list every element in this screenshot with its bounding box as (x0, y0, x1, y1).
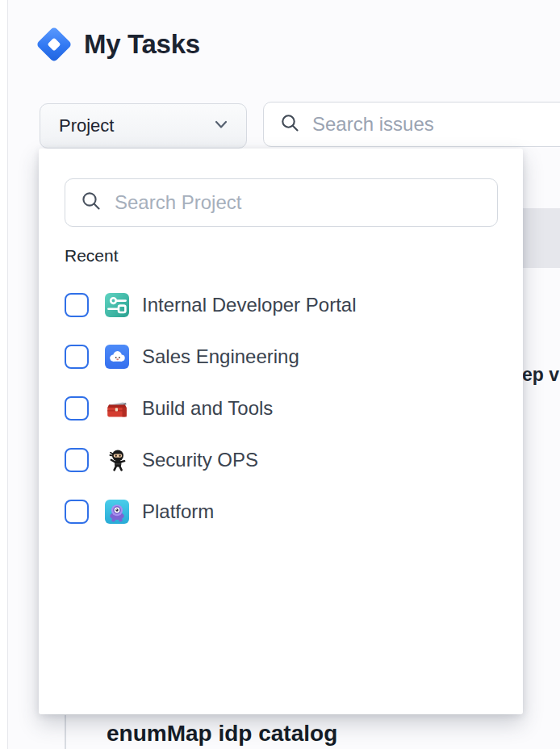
recent-section-label: Recent (65, 246, 119, 266)
project-options-list: Internal Developer Portal (65, 285, 500, 543)
project-checkbox[interactable] (65, 345, 89, 369)
my-tasks-page: ep v enumMap idp catalog My Tasks Projec… (0, 0, 560, 749)
project-option[interactable]: Sales Engineering (65, 337, 500, 377)
toolbox-red-icon (105, 396, 129, 421)
project-checkbox[interactable] (65, 448, 89, 472)
project-checkbox[interactable] (65, 396, 89, 421)
project-filter-button[interactable]: Project (40, 103, 247, 149)
left-gutter-divider (0, 0, 8, 749)
project-checkbox[interactable] (65, 500, 89, 524)
ninja-icon (105, 448, 129, 472)
search-project-box[interactable] (65, 178, 498, 227)
jira-logo-icon (36, 27, 72, 62)
search-issues-box[interactable] (263, 102, 560, 147)
search-project-input[interactable] (115, 191, 497, 214)
background-task-title-fragment: ep v (522, 364, 559, 386)
project-option[interactable]: Security OPS (65, 440, 500, 480)
chevron-down-icon (212, 115, 230, 136)
project-option-label: Platform (142, 500, 214, 523)
project-option[interactable]: Platform (65, 492, 500, 532)
project-option-label: Security OPS (142, 449, 258, 471)
search-icon (80, 190, 102, 215)
background-column-divider (65, 715, 66, 749)
background-task-title: enumMap idp catalog (107, 721, 337, 747)
search-icon (279, 112, 301, 137)
project-option[interactable]: Build and Tools (65, 388, 500, 429)
project-option-label: Internal Developer Portal (142, 294, 356, 316)
project-filter-label: Project (59, 115, 114, 136)
project-filter-dropdown: Recent Internal (39, 149, 523, 714)
cloud-blue-icon (105, 345, 129, 369)
project-option-label: Sales Engineering (142, 345, 299, 368)
project-option[interactable]: Internal Developer Portal (65, 285, 500, 325)
project-checkbox[interactable] (65, 293, 89, 317)
project-option-label: Build and Tools (142, 397, 273, 420)
workflow-teal-icon (105, 293, 129, 317)
page-title: My Tasks (84, 29, 200, 60)
search-issues-input[interactable] (312, 113, 560, 136)
monster-cyan-icon (105, 500, 129, 524)
